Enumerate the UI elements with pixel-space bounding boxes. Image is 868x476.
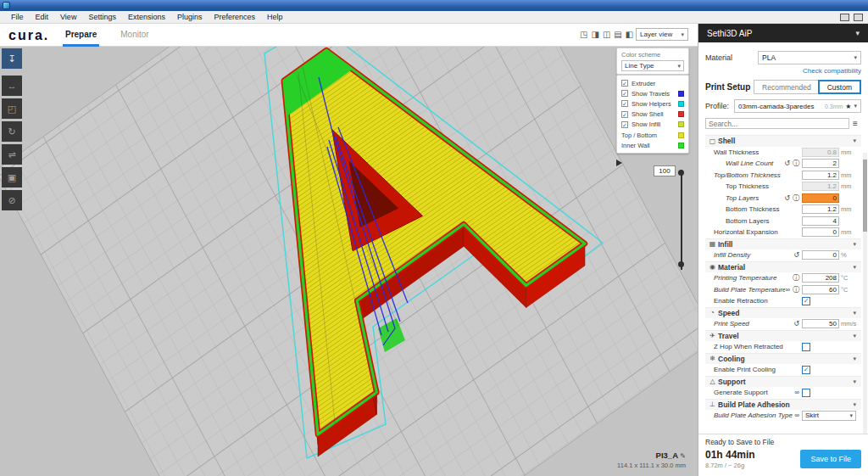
checkbox-show-helpers[interactable]: ✓ <box>621 100 628 107</box>
tab-monitor[interactable]: Monitor <box>118 24 151 47</box>
unit-label: mm/s <box>839 320 856 328</box>
viewport-3d[interactable]: ↧↔◰↻⇌▣⊘ Color scheme Line Type ▾ ✓Extrud… <box>0 47 698 476</box>
per-model-settings-tool-button[interactable]: ▣ <box>2 167 22 188</box>
layer-slider[interactable] <box>681 170 682 270</box>
scale-tool-button[interactable]: ◰ <box>2 98 22 119</box>
support-blocker-tool-button[interactable]: ⊘ <box>2 190 22 210</box>
play-icon[interactable] <box>616 160 622 166</box>
menu-file[interactable]: File <box>5 13 30 21</box>
rotate-tool-button[interactable]: ↻ <box>2 121 22 142</box>
setting-label: Top Layers <box>707 194 784 202</box>
setting-wall-thickness: Wall Thickness0.8mm <box>705 147 861 159</box>
menu-preferences[interactable]: Preferences <box>208 13 261 21</box>
recommended-mode-button[interactable]: Recommended <box>754 81 819 93</box>
checkbox-show-travels[interactable]: ✓ <box>621 90 628 97</box>
category-support[interactable]: △Support▾ <box>705 376 861 388</box>
checkbox-z-hop-when-retracted[interactable] <box>802 343 810 351</box>
tab-prepare[interactable]: Prepare <box>63 24 99 47</box>
view-mode-dropdown[interactable]: Layer view ▾ <box>636 28 688 41</box>
category-build-plate-adhesion[interactable]: ⊥Build Plate Adhesion▾ <box>705 399 861 411</box>
viewport-tool-icon-2[interactable]: ◨ <box>591 30 598 40</box>
filter-menu-icon[interactable]: ≡ <box>849 119 861 128</box>
value-top-thickness[interactable]: 1.2 <box>802 182 839 191</box>
material-value: PLA <box>762 53 776 62</box>
legend-label: Show Shell <box>632 110 678 118</box>
info-icon[interactable]: ⓘ <box>793 285 799 294</box>
category-label: Build Plate Adhesion <box>718 400 853 409</box>
monitor-status-icon[interactable] <box>854 14 863 21</box>
revert-icon[interactable]: ↺ <box>793 320 799 328</box>
mirror-tool-icon: ⇌ <box>8 149 15 160</box>
menu-edit[interactable]: Edit <box>30 13 55 21</box>
category-cooling[interactable]: ❄Cooling▾ <box>705 353 861 365</box>
category-material[interactable]: ◉Material▾ <box>705 261 861 273</box>
checkbox-generate-support[interactable] <box>802 389 810 397</box>
setting-label: Bottom Thickness <box>707 205 802 213</box>
link-icon[interactable]: ∞ <box>794 389 799 396</box>
menu-settings[interactable]: Settings <box>82 13 122 21</box>
viewport-tool-icon-4[interactable]: ▤ <box>614 30 621 40</box>
value-top-bottom-thickness[interactable]: 1.2 <box>802 171 839 180</box>
value-wall-line-count[interactable]: 2 <box>802 159 839 168</box>
value-bottom-layers[interactable]: 4 <box>802 216 839 226</box>
menu-extensions[interactable]: Extensions <box>122 13 171 21</box>
menu-view[interactable]: View <box>54 13 82 21</box>
color-scheme-dropdown[interactable]: Line Type ▾ <box>621 60 684 71</box>
value-wall-thickness[interactable]: 0.8 <box>802 148 839 157</box>
revert-icon[interactable]: ↺ <box>784 160 790 167</box>
favorite-star-icon[interactable]: ★ <box>845 103 851 110</box>
unit-label: mm <box>839 182 856 190</box>
profile-dropdown[interactable]: 03mm-camada-3paredes 0.3mm ★ ▾ <box>734 99 861 113</box>
value-print-speed[interactable]: 50 <box>802 319 839 328</box>
scrollbar-thumb[interactable] <box>863 160 867 232</box>
open-file-button[interactable]: ↧ <box>2 48 22 69</box>
move-tool-button[interactable]: ↔ <box>2 76 22 96</box>
checkbox-show-infill[interactable]: ✓ <box>621 121 628 128</box>
search-input[interactable] <box>705 118 849 129</box>
printer-selector[interactable]: Sethi3D AiP ▾ <box>698 24 868 42</box>
chevron-down-icon: ▾ <box>853 378 856 385</box>
checkbox-enable-print-cooling[interactable]: ✓ <box>802 366 810 374</box>
link-icon[interactable]: ∞ <box>794 412 799 419</box>
viewport-tool-icon-5[interactable]: ◧ <box>626 30 633 40</box>
category-infill[interactable]: ▦Infill▾ <box>705 238 861 250</box>
viewport-tool-icon-1[interactable]: ◳ <box>580 30 587 40</box>
category-shell[interactable]: ▢Shell▾ <box>705 135 861 147</box>
checkbox-enable-retraction[interactable]: ✓ <box>802 297 810 305</box>
edit-job-name-icon[interactable]: ✎ <box>680 452 686 460</box>
info-icon[interactable]: ⓘ <box>793 273 799 283</box>
printer-status-icon[interactable] <box>840 14 849 21</box>
value-infill-density[interactable]: 0 <box>802 250 839 260</box>
revert-icon[interactable]: ↺ <box>784 194 790 202</box>
save-to-file-button[interactable]: Save to File <box>800 450 861 468</box>
value-printing-temperature[interactable]: 208 <box>802 273 839 283</box>
value-bottom-thickness[interactable]: 1.2 <box>802 204 839 214</box>
value-top-layers[interactable]: 0 <box>802 193 839 203</box>
check-compatibility-link[interactable]: Check compatibility <box>705 67 861 75</box>
layer-number-box[interactable]: 100 <box>654 165 676 176</box>
material-usage: 8.72m / ~ 26g <box>705 462 755 469</box>
menu-help[interactable]: Help <box>261 13 289 21</box>
custom-mode-button[interactable]: Custom <box>818 80 861 94</box>
revert-icon[interactable]: ↺ <box>793 251 799 259</box>
info-icon[interactable]: ⓘ <box>793 159 799 168</box>
value-horizontal-expansion[interactable]: 0 <box>802 227 839 237</box>
checkbox-extruder[interactable]: ✓ <box>621 80 628 87</box>
mirror-tool-button[interactable]: ⇌ <box>2 144 22 165</box>
material-dropdown[interactable]: PLA ▾ <box>758 51 861 64</box>
printer-name: Sethi3D AiP <box>707 29 752 38</box>
job-dimensions: 114.1 x 111.1 x 30.0 mm <box>617 462 686 469</box>
settings-scrollbar[interactable] <box>863 153 867 458</box>
category-speed[interactable]: ◔Speed▾ <box>705 307 861 319</box>
link-icon[interactable]: ∞ <box>785 286 790 294</box>
viewport-tool-icon-3[interactable]: ◫ <box>603 30 610 40</box>
value-build-plate-temperature[interactable]: 60 <box>802 285 839 294</box>
tool-sidebar: ↧↔◰↻⇌▣⊘ <box>2 48 22 213</box>
layer-slider-top-handle[interactable] <box>678 170 684 176</box>
info-icon[interactable]: ⓘ <box>793 193 799 203</box>
menu-plugins[interactable]: Plugins <box>171 13 209 21</box>
layer-slider-bottom-handle[interactable] <box>678 261 684 267</box>
category-travel[interactable]: ✈Travel▾ <box>705 330 861 342</box>
dropdown-build-plate-adhesion-type[interactable]: Skirt▾ <box>802 411 856 421</box>
checkbox-show-shell[interactable]: ✓ <box>621 111 628 118</box>
